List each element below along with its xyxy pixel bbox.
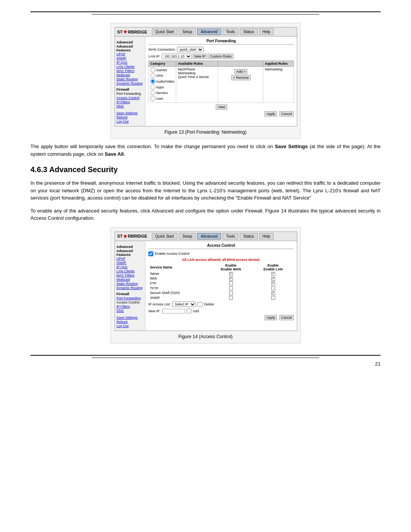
cancel-button-1[interactable]: Cancel <box>279 111 294 117</box>
sidebar-static-routing[interactable]: Static Routing <box>116 77 143 81</box>
sidebar-snmp[interactable]: SNMP <box>116 56 143 60</box>
ftp-lan-checkbox[interactable] <box>271 281 275 285</box>
nav-setup[interactable]: Setup <box>179 29 196 35</box>
sidebar2-mac-filters[interactable]: MAC Filters <box>116 273 143 277</box>
radio-user-input[interactable] <box>150 96 155 101</box>
router-sidebar-1: Advanced Advanced Features UPnP SNMP IP … <box>115 37 145 126</box>
nav-help[interactable]: Help <box>259 29 274 35</box>
applied-rules-cell: Netmeeting <box>263 67 294 103</box>
tftp-lan-checkbox[interactable] <box>271 286 275 290</box>
cancel-button-2[interactable]: Cancel <box>279 315 294 320</box>
enable-ac-checkbox[interactable] <box>148 251 153 256</box>
sidebar2-upnp[interactable]: UPnP <box>116 257 143 260</box>
lan-select[interactable]: 192.163.1.10 <box>162 54 192 59</box>
nav2-status[interactable]: Status <box>240 233 257 240</box>
sidebar-dynamic-routing[interactable]: Dynamic Routing <box>116 81 143 85</box>
sidebar-dmz[interactable]: DMZ <box>116 104 143 108</box>
sidebar-advanced-title: Advanced <box>116 40 143 44</box>
sidebar2-ip-filters[interactable]: IP Filters <box>116 305 143 308</box>
custom-rules-button[interactable]: Custom Rules <box>208 54 234 59</box>
sidebar2-log-out[interactable]: Log Out <box>116 324 143 328</box>
sidebar-multicast[interactable]: Multicast <box>116 73 143 77</box>
sidebar-reboot[interactable]: Reboot <box>116 115 143 119</box>
add-button[interactable]: Add > <box>234 69 247 74</box>
add-checkbox[interactable] <box>186 308 191 313</box>
sidebar2-save-settings[interactable]: Save Settings <box>116 316 143 320</box>
router-logo-1: ST★RBRIDGE <box>117 29 147 35</box>
delete-label: Delete <box>204 302 214 306</box>
nav2-help[interactable]: Help <box>259 233 274 240</box>
sidebar2-snmp[interactable]: SNMP <box>116 261 143 265</box>
ip-access-list-row: IP Access List: Select IP Delete <box>148 302 294 307</box>
wan-row: WAN Connection: quick_start <box>148 47 294 52</box>
enable-ac-label: Enable Access Control <box>155 252 190 256</box>
web-lan-checkbox[interactable] <box>271 277 275 281</box>
radio-apps-label: Apps <box>156 85 164 89</box>
nav2-setup[interactable]: Setup <box>179 233 196 240</box>
sidebar2-lan-clients[interactable]: LAN Clients <box>116 269 143 273</box>
radio-apps-input[interactable] <box>150 85 155 89</box>
apply-button-1[interactable]: Apply <box>264 111 277 117</box>
snmp-wan-checkbox[interactable] <box>229 296 233 300</box>
rule-quicktime: Quick Time 4 Server <box>178 75 216 79</box>
sidebar-upnp[interactable]: UPnP <box>116 52 143 56</box>
sidebar2-multicast[interactable]: Multicast <box>116 278 143 281</box>
ssh-wan-checkbox[interactable] <box>229 291 233 295</box>
ftp-wan-checkbox[interactable] <box>229 281 233 285</box>
nav-status[interactable]: Status <box>240 29 257 35</box>
new-ip-input[interactable] <box>162 309 185 313</box>
view-button[interactable]: View <box>216 104 227 110</box>
nav2-tools[interactable]: Tools <box>223 233 238 240</box>
sidebar-ip-qos[interactable]: IP QoS <box>116 61 143 64</box>
snmp-lan-cell <box>252 296 294 300</box>
sidebar2-port-forwarding[interactable]: Port Forwarding <box>116 296 143 300</box>
sidebar2-reboot[interactable]: Reboot <box>116 320 143 324</box>
ssh-lan-checkbox[interactable] <box>271 291 275 295</box>
page-number: 21 <box>375 361 381 367</box>
nav-advanced[interactable]: Advanced <box>197 29 221 35</box>
remove-button[interactable]: < Remove <box>231 75 251 80</box>
router-sidebar-2: Advanced Advanced Features UPnP SNMP IP … <box>115 241 145 331</box>
tftp-wan-checkbox[interactable] <box>229 286 233 290</box>
sidebar-mac-filters[interactable]: MAC Filters <box>116 69 143 73</box>
nav-tools[interactable]: Tools <box>223 29 238 35</box>
snmp-lan-checkbox[interactable] <box>271 296 275 300</box>
radio-servers-input[interactable] <box>150 90 155 95</box>
save-all-bold: Save All <box>105 151 124 157</box>
nav-quick-start[interactable]: Quick Start <box>152 29 177 35</box>
sidebar-port-forwarding[interactable]: Port Forwarding <box>116 92 143 96</box>
figure-13-caption: Figure 13 (Port Forwarding: Netmeeting) <box>115 129 296 135</box>
sidebar-log-out[interactable]: Log Out <box>116 120 143 123</box>
delete-checkbox[interactable] <box>198 302 202 307</box>
telnet-lan-checkbox[interactable] <box>271 272 275 276</box>
th-wan-label: Enable WAN <box>221 267 241 271</box>
sidebar-access-control[interactable]: Access Control <box>116 96 143 100</box>
new-ip-button[interactable]: New IP <box>193 54 207 59</box>
advanced-features-label: Advanced Features <box>116 45 133 52</box>
sidebar-save-settings[interactable]: Save Settings <box>116 111 143 115</box>
sidebar2-dynamic-routing[interactable]: Dynamic Routing <box>116 286 143 290</box>
sidebar2-static-routing[interactable]: Static Routing <box>116 282 143 286</box>
sidebar2-access-control[interactable]: Access Control <box>116 300 143 304</box>
sidebar2-ip-qos[interactable]: IP QoS <box>116 265 143 269</box>
radio-vpn-input[interactable] <box>150 73 155 78</box>
radio-audiovideo-input[interactable] <box>150 79 155 84</box>
wan-label: WAN Connection: <box>148 48 175 51</box>
sidebar-ip-filters[interactable]: IP Filters <box>116 100 143 104</box>
web-wan-checkbox[interactable] <box>229 277 233 281</box>
radio-games-input[interactable] <box>150 67 155 72</box>
apply-button-2[interactable]: Apply <box>264 315 277 320</box>
nav2-quick-start[interactable]: Quick Start <box>152 233 177 240</box>
new-ip-label: New IP: <box>148 309 161 313</box>
router-body-2: Advanced Advanced Features UPnP SNMP IP … <box>115 241 297 331</box>
sidebar-lan-clients[interactable]: LAN Clients <box>116 65 143 69</box>
sidebar2-dmz[interactable]: DMZ <box>116 309 143 313</box>
table-row-ssh: Secure Shell (SSH) <box>148 291 294 296</box>
ip-access-label: IP Access List: <box>148 302 170 306</box>
bottom-line-thick <box>30 355 381 356</box>
telnet-wan-checkbox[interactable] <box>229 272 233 276</box>
nav2-advanced[interactable]: Advanced <box>197 233 221 240</box>
sidebar2-firewall-title: Firewall <box>116 292 143 296</box>
wan-select[interactable]: quick_start <box>177 47 204 52</box>
ip-select[interactable]: Select IP <box>172 302 196 307</box>
